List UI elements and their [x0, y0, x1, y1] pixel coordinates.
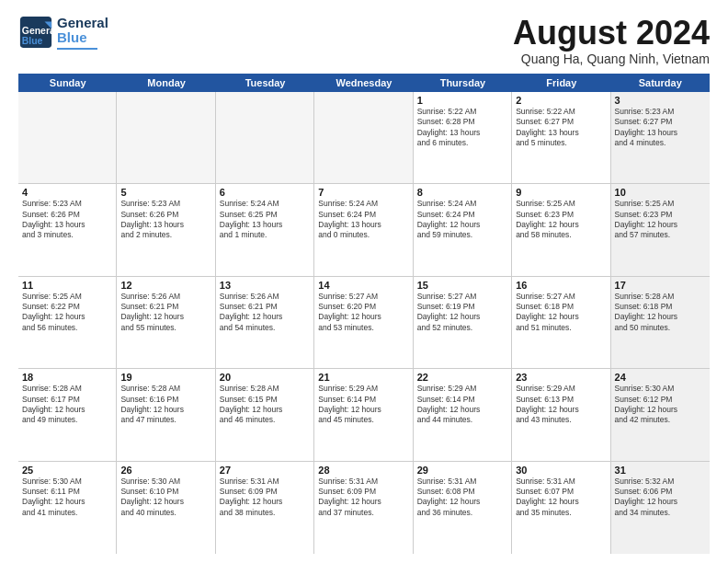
day-number: 26	[120, 465, 210, 476]
logo-line2: Blue	[57, 30, 108, 46]
calendar-cell: 19Sunrise: 5:28 AM Sunset: 6:16 PM Dayli…	[117, 369, 215, 460]
day-number: 23	[516, 372, 606, 383]
calendar-cell: 17Sunrise: 5:28 AM Sunset: 6:18 PM Dayli…	[611, 277, 710, 368]
calendar-cell: 28Sunrise: 5:31 AM Sunset: 6:09 PM Dayli…	[314, 462, 413, 554]
day-info: Sunrise: 5:26 AM Sunset: 6:21 PM Dayligh…	[220, 292, 310, 334]
day-info: Sunrise: 5:22 AM Sunset: 6:28 PM Dayligh…	[417, 107, 507, 149]
calendar-cell: 26Sunrise: 5:30 AM Sunset: 6:10 PM Dayli…	[117, 462, 215, 554]
day-info: Sunrise: 5:23 AM Sunset: 6:27 PM Dayligh…	[615, 107, 706, 149]
svg-text:General: General	[22, 26, 53, 36]
header-day-sunday: Sunday	[18, 74, 117, 92]
day-number: 5	[120, 187, 210, 198]
calendar-cell	[117, 92, 215, 183]
day-number: 12	[120, 280, 210, 291]
header-day-monday: Monday	[117, 74, 215, 92]
day-number: 9	[516, 187, 606, 198]
day-number: 22	[417, 372, 507, 383]
day-number: 31	[615, 465, 706, 476]
day-number: 29	[417, 465, 507, 476]
day-number: 24	[615, 372, 706, 383]
calendar-cell: 10Sunrise: 5:25 AM Sunset: 6:23 PM Dayli…	[611, 184, 710, 275]
day-info: Sunrise: 5:30 AM Sunset: 6:12 PM Dayligh…	[615, 384, 706, 426]
day-number: 30	[516, 465, 606, 476]
calendar-cell: 18Sunrise: 5:28 AM Sunset: 6:17 PM Dayli…	[18, 369, 117, 460]
day-info: Sunrise: 5:32 AM Sunset: 6:06 PM Dayligh…	[615, 477, 706, 519]
logo: General Blue General Blue	[18, 15, 108, 50]
calendar-cell	[314, 92, 413, 183]
header-day-saturday: Saturday	[611, 74, 710, 92]
calendar-cell: 14Sunrise: 5:27 AM Sunset: 6:20 PM Dayli…	[314, 277, 413, 368]
day-number: 2	[516, 95, 606, 106]
day-number: 16	[516, 280, 606, 291]
calendar-row-5: 25Sunrise: 5:30 AM Sunset: 6:11 PM Dayli…	[18, 462, 710, 554]
day-number: 25	[22, 465, 112, 476]
day-info: Sunrise: 5:30 AM Sunset: 6:11 PM Dayligh…	[22, 477, 112, 519]
day-number: 20	[220, 372, 310, 383]
day-info: Sunrise: 5:28 AM Sunset: 6:15 PM Dayligh…	[220, 384, 310, 426]
day-info: Sunrise: 5:22 AM Sunset: 6:27 PM Dayligh…	[516, 107, 606, 149]
calendar-cell	[18, 92, 117, 183]
header-day-friday: Friday	[512, 74, 610, 92]
calendar-body: 1Sunrise: 5:22 AM Sunset: 6:28 PM Daylig…	[18, 92, 710, 554]
day-info: Sunrise: 5:24 AM Sunset: 6:24 PM Dayligh…	[318, 199, 408, 241]
day-info: Sunrise: 5:23 AM Sunset: 6:26 PM Dayligh…	[22, 199, 112, 241]
day-number: 8	[417, 187, 507, 198]
calendar-cell: 27Sunrise: 5:31 AM Sunset: 6:09 PM Dayli…	[216, 462, 314, 554]
calendar-cell: 16Sunrise: 5:27 AM Sunset: 6:18 PM Dayli…	[512, 277, 610, 368]
calendar-cell: 2Sunrise: 5:22 AM Sunset: 6:27 PM Daylig…	[512, 92, 610, 183]
title-area: August 2024 Quang Ha, Quang Ninh, Vietna…	[513, 15, 710, 66]
day-number: 4	[22, 187, 112, 198]
calendar-cell: 1Sunrise: 5:22 AM Sunset: 6:28 PM Daylig…	[414, 92, 512, 183]
calendar-cell: 7Sunrise: 5:24 AM Sunset: 6:24 PM Daylig…	[314, 184, 413, 275]
day-info: Sunrise: 5:27 AM Sunset: 6:18 PM Dayligh…	[516, 292, 606, 334]
day-info: Sunrise: 5:29 AM Sunset: 6:14 PM Dayligh…	[417, 384, 507, 426]
day-number: 13	[220, 280, 310, 291]
calendar-cell: 15Sunrise: 5:27 AM Sunset: 6:19 PM Dayli…	[414, 277, 512, 368]
calendar-row-1: 1Sunrise: 5:22 AM Sunset: 6:28 PM Daylig…	[18, 92, 710, 184]
day-info: Sunrise: 5:25 AM Sunset: 6:23 PM Dayligh…	[615, 199, 706, 241]
day-info: Sunrise: 5:28 AM Sunset: 6:17 PM Dayligh…	[22, 384, 112, 426]
day-number: 28	[318, 465, 408, 476]
calendar-row-3: 11Sunrise: 5:25 AM Sunset: 6:22 PM Dayli…	[18, 277, 710, 369]
calendar-cell: 6Sunrise: 5:24 AM Sunset: 6:25 PM Daylig…	[216, 184, 314, 275]
calendar-cell: 30Sunrise: 5:31 AM Sunset: 6:07 PM Dayli…	[512, 462, 610, 554]
header-day-tuesday: Tuesday	[216, 74, 314, 92]
day-number: 10	[615, 187, 706, 198]
day-info: Sunrise: 5:28 AM Sunset: 6:18 PM Dayligh…	[615, 292, 706, 334]
calendar-cell: 5Sunrise: 5:23 AM Sunset: 6:26 PM Daylig…	[117, 184, 215, 275]
day-info: Sunrise: 5:26 AM Sunset: 6:21 PM Dayligh…	[120, 292, 210, 334]
header-day-wednesday: Wednesday	[314, 74, 413, 92]
calendar-cell	[216, 92, 314, 183]
day-info: Sunrise: 5:23 AM Sunset: 6:26 PM Dayligh…	[120, 199, 210, 241]
calendar-cell: 20Sunrise: 5:28 AM Sunset: 6:15 PM Dayli…	[216, 369, 314, 460]
day-number: 19	[120, 372, 210, 383]
calendar-cell: 13Sunrise: 5:26 AM Sunset: 6:21 PM Dayli…	[216, 277, 314, 368]
logo-line1: General	[57, 16, 108, 31]
day-number: 21	[318, 372, 408, 383]
day-info: Sunrise: 5:24 AM Sunset: 6:24 PM Dayligh…	[417, 199, 507, 241]
calendar: SundayMondayTuesdayWednesdayThursdayFrid…	[18, 74, 710, 554]
day-number: 3	[615, 95, 706, 106]
day-number: 17	[615, 280, 706, 291]
header: General Blue General Blue August 2024 Qu…	[18, 15, 710, 66]
day-info: Sunrise: 5:24 AM Sunset: 6:25 PM Dayligh…	[220, 199, 310, 241]
day-number: 1	[417, 95, 507, 106]
day-info: Sunrise: 5:31 AM Sunset: 6:07 PM Dayligh…	[516, 477, 606, 519]
day-info: Sunrise: 5:25 AM Sunset: 6:22 PM Dayligh…	[22, 292, 112, 334]
calendar-cell: 23Sunrise: 5:29 AM Sunset: 6:13 PM Dayli…	[512, 369, 610, 460]
calendar-cell: 21Sunrise: 5:29 AM Sunset: 6:14 PM Dayli…	[314, 369, 413, 460]
calendar-cell: 11Sunrise: 5:25 AM Sunset: 6:22 PM Dayli…	[18, 277, 117, 368]
day-info: Sunrise: 5:31 AM Sunset: 6:09 PM Dayligh…	[220, 477, 310, 519]
calendar-cell: 4Sunrise: 5:23 AM Sunset: 6:26 PM Daylig…	[18, 184, 117, 275]
day-number: 15	[417, 280, 507, 291]
svg-text:Blue: Blue	[22, 36, 43, 46]
calendar-header: SundayMondayTuesdayWednesdayThursdayFrid…	[18, 74, 710, 92]
day-number: 27	[220, 465, 310, 476]
day-number: 14	[318, 280, 408, 291]
header-day-thursday: Thursday	[414, 74, 512, 92]
day-info: Sunrise: 5:31 AM Sunset: 6:08 PM Dayligh…	[417, 477, 507, 519]
calendar-row-2: 4Sunrise: 5:23 AM Sunset: 6:26 PM Daylig…	[18, 184, 710, 276]
calendar-row-4: 18Sunrise: 5:28 AM Sunset: 6:17 PM Dayli…	[18, 369, 710, 461]
calendar-cell: 12Sunrise: 5:26 AM Sunset: 6:21 PM Dayli…	[117, 277, 215, 368]
day-info: Sunrise: 5:25 AM Sunset: 6:23 PM Dayligh…	[516, 199, 606, 241]
